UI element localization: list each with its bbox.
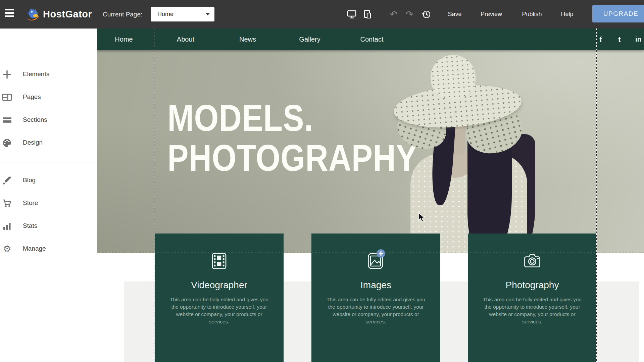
sidebar-item-store[interactable]: Store — [0, 196, 97, 210]
facebook-icon[interactable]: f — [599, 29, 602, 50]
palette-icon — [2, 138, 12, 148]
mobile-preview-icon[interactable] — [361, 0, 375, 29]
sidebar-divider — [0, 162, 97, 162]
sidebar-item-elements[interactable]: Elements — [0, 67, 97, 81]
hero-title[interactable]: MODELS. PHOTOGRAPHY — [167, 98, 417, 178]
section-selection-border-right — [596, 29, 597, 362]
preview-button[interactable]: Preview — [481, 0, 502, 29]
image-add-icon — [366, 251, 386, 271]
page-select-dropdown[interactable]: Home — [151, 7, 214, 21]
cart-icon — [2, 198, 12, 208]
section-selection-border-bottom — [97, 253, 644, 253]
site-nav-contact[interactable]: Contact — [360, 29, 384, 50]
redo-icon[interactable]: ↷ — [403, 0, 416, 29]
history-icon[interactable] — [419, 0, 433, 29]
card-title[interactable]: Videographer — [155, 280, 284, 291]
sidebar-item-sections[interactable]: Sections — [0, 113, 97, 126]
sidebar-item-blog[interactable]: Blog — [0, 173, 97, 187]
pages-icon — [2, 92, 12, 102]
pencil-icon — [2, 175, 12, 186]
help-button[interactable]: Help — [561, 0, 573, 29]
sidebar-item-design[interactable]: Design — [0, 136, 97, 149]
desktop-preview-icon[interactable] — [345, 0, 358, 29]
plus-icon — [2, 69, 12, 80]
card-body[interactable]: This area can be fully edited and gives … — [166, 296, 272, 325]
hero-title-line1[interactable]: MODELS. — [167, 98, 417, 138]
site-nav-gallery[interactable]: Gallery — [299, 29, 320, 50]
film-strip-icon — [209, 251, 229, 271]
builder-window: HostGator Current Page: Home ↶ ↷ Save Pr… — [0, 0, 644, 362]
site-nav-about[interactable]: About — [177, 29, 194, 50]
chevron-down-icon — [206, 13, 210, 15]
sections-icon — [2, 115, 12, 125]
site-nav-news[interactable]: News — [239, 29, 256, 50]
sidebar-item-pages[interactable]: Pages — [0, 90, 97, 104]
page-select-value: Home — [157, 7, 174, 21]
mouse-cursor — [418, 212, 426, 224]
linkedin-icon[interactable]: in — [635, 29, 641, 50]
undo-icon[interactable]: ↶ — [387, 0, 400, 29]
publish-button[interactable]: Publish — [522, 0, 542, 29]
save-button[interactable]: Save — [448, 0, 461, 29]
site-navbar: Home About News Gallery Contact f t in — [97, 29, 644, 50]
upgrade-button[interactable]: UPGRADE — [592, 5, 644, 22]
card-title[interactable]: Photography — [468, 280, 597, 291]
hero-title-line2[interactable]: PHOTOGRAPHY — [167, 138, 417, 178]
brand-title: HostGator — [43, 0, 92, 29]
hostgator-gator-icon — [25, 6, 41, 22]
top-toolbar: HostGator Current Page: Home ↶ ↷ Save Pr… — [0, 0, 644, 29]
bar-chart-icon — [2, 221, 12, 231]
sidebar-item-manage[interactable]: ⚙ Manage — [0, 242, 97, 255]
hero-section[interactable]: MODELS. PHOTOGRAPHY — [97, 50, 644, 253]
card-body[interactable]: This area can be fully edited and gives … — [323, 296, 429, 325]
hamburger-menu-icon[interactable] — [5, 9, 15, 19]
section-selection-border-left — [154, 29, 154, 362]
editor-sidebar: Elements Pages Sections Design Blog Stor… — [0, 29, 97, 362]
card-title[interactable]: Images — [311, 280, 440, 291]
card-body[interactable]: This area can be fully edited and gives … — [480, 296, 585, 325]
current-page-label: Current Page: — [103, 0, 142, 29]
twitter-icon[interactable]: t — [618, 29, 621, 50]
site-nav-home[interactable]: Home — [115, 29, 133, 50]
sidebar-item-stats[interactable]: Stats — [0, 219, 97, 232]
camera-icon — [522, 251, 542, 271]
gear-icon: ⚙ — [2, 244, 12, 254]
